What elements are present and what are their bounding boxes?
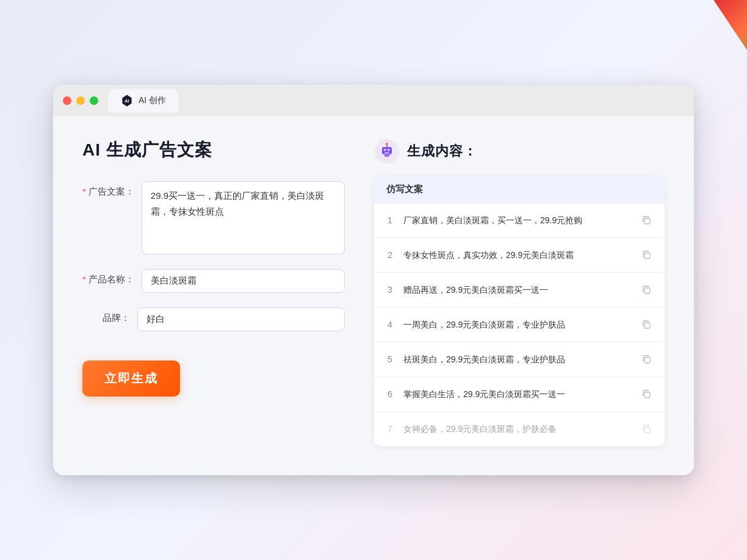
svg-point-7 — [389, 150, 390, 151]
title-bar: AI AI 创作 — [53, 85, 694, 117]
row-number: 4 — [384, 320, 396, 329]
right-panel: 生成内容： 仿写文案 1厂家直销，美白淡斑霜，买一送一，29.9元抢购 2专抹女… — [374, 138, 665, 446]
row-text: 一周美白，29.9元美白淡斑霜，专业护肤品 — [403, 318, 630, 331]
row-text: 女神必备，29.9元美白淡斑霜，护肤必备 — [403, 423, 630, 436]
copy-button[interactable] — [638, 246, 655, 264]
svg-point-6 — [385, 150, 386, 151]
brand-group: 品牌： — [82, 307, 345, 331]
table-row: 7女神必备，29.9元美白淡斑霜，护肤必备 — [374, 412, 665, 446]
svg-rect-14 — [644, 288, 650, 293]
required-mark-product: * — [82, 274, 86, 284]
close-button[interactable] — [63, 96, 71, 105]
result-rows-container: 1厂家直销，美白淡斑霜，买一送一，29.9元抢购 2专抹女性斑点，真实功效，29… — [374, 203, 665, 446]
row-number: 2 — [384, 250, 396, 260]
table-row: 5祛斑美白，29.9元美白淡斑霜，专业护肤品 — [374, 342, 665, 377]
row-text: 掌握美白生活，29.9元美白淡斑霜买一送一 — [403, 388, 630, 401]
generate-button[interactable]: 立即生成 — [82, 361, 180, 397]
required-mark-ad: * — [82, 186, 86, 196]
product-name-input[interactable] — [142, 269, 345, 293]
copy-button[interactable] — [638, 212, 655, 229]
table-row: 2专抹女性斑点，真实功效，29.9元美白淡斑霜 — [374, 238, 665, 273]
copy-button[interactable] — [638, 316, 655, 333]
row-number: 1 — [384, 215, 396, 225]
ai-tab-icon: AI — [120, 94, 134, 107]
robot-icon — [374, 138, 400, 164]
ad-copy-label: *广告文案： — [82, 181, 142, 198]
svg-rect-13 — [644, 253, 650, 259]
copy-button[interactable] — [638, 420, 655, 437]
svg-rect-8 — [384, 153, 389, 154]
copy-button[interactable] — [638, 351, 655, 368]
row-number: 3 — [384, 285, 396, 295]
product-name-group: *产品名称： — [82, 269, 345, 293]
row-number: 7 — [384, 424, 396, 434]
row-text: 赠品再送，29.9元美白淡斑霜买一送一 — [403, 284, 630, 296]
result-title: 生成内容： — [407, 142, 477, 160]
row-text: 祛斑美白，29.9元美白淡斑霜，专业护肤品 — [403, 353, 630, 366]
ai-tab[interactable]: AI AI 创作 — [108, 89, 178, 112]
svg-rect-18 — [644, 427, 650, 433]
svg-rect-17 — [644, 392, 650, 398]
page-title: AI 生成广告文案 — [82, 138, 345, 162]
product-name-label: *产品名称： — [82, 269, 142, 285]
ad-copy-input[interactable] — [142, 181, 345, 254]
svg-rect-16 — [644, 357, 650, 363]
result-header: 生成内容： — [374, 138, 665, 164]
row-number: 5 — [384, 354, 396, 364]
row-text: 专抹女性斑点，真实功效，29.9元美白淡斑霜 — [403, 249, 630, 262]
svg-rect-12 — [644, 218, 650, 224]
copy-button[interactable] — [638, 281, 655, 298]
row-text: 厂家直销，美白淡斑霜，买一送一，29.9元抢购 — [403, 214, 630, 227]
svg-rect-11 — [384, 154, 389, 157]
ad-copy-group: *广告文案： — [82, 181, 345, 254]
browser-window: AI AI 创作 AI 生成广告文案 *广告文案： *产品名称： — [53, 85, 694, 475]
minimize-button[interactable] — [76, 96, 85, 105]
svg-text:AI: AI — [125, 98, 129, 104]
table-row: 1厂家直销，美白淡斑霜，买一送一，29.9元抢购 — [374, 203, 665, 238]
brand-label: 品牌： — [82, 307, 137, 324]
result-table-header: 仿写文案 — [374, 176, 665, 203]
row-number: 6 — [384, 389, 396, 399]
brand-input[interactable] — [137, 307, 345, 331]
window-controls — [63, 96, 98, 105]
table-row: 3赠品再送，29.9元美白淡斑霜买一送一 — [374, 273, 665, 307]
result-table: 仿写文案 1厂家直销，美白淡斑霜，买一送一，29.9元抢购 2专抹女性斑点，真实… — [374, 176, 665, 446]
left-panel: AI 生成广告文案 *广告文案： *产品名称： 品牌： 立 — [82, 138, 345, 446]
table-row: 6掌握美白生活，29.9元美白淡斑霜买一送一 — [374, 377, 665, 412]
maximize-button[interactable] — [90, 96, 98, 105]
svg-rect-15 — [644, 323, 650, 328]
svg-point-10 — [386, 143, 388, 145]
copy-button[interactable] — [638, 386, 655, 403]
table-row: 4一周美白，29.9元美白淡斑霜，专业护肤品 — [374, 307, 665, 342]
content-area: AI 生成广告文案 *广告文案： *产品名称： 品牌： 立 — [53, 117, 694, 475]
tab-label: AI 创作 — [139, 95, 166, 106]
